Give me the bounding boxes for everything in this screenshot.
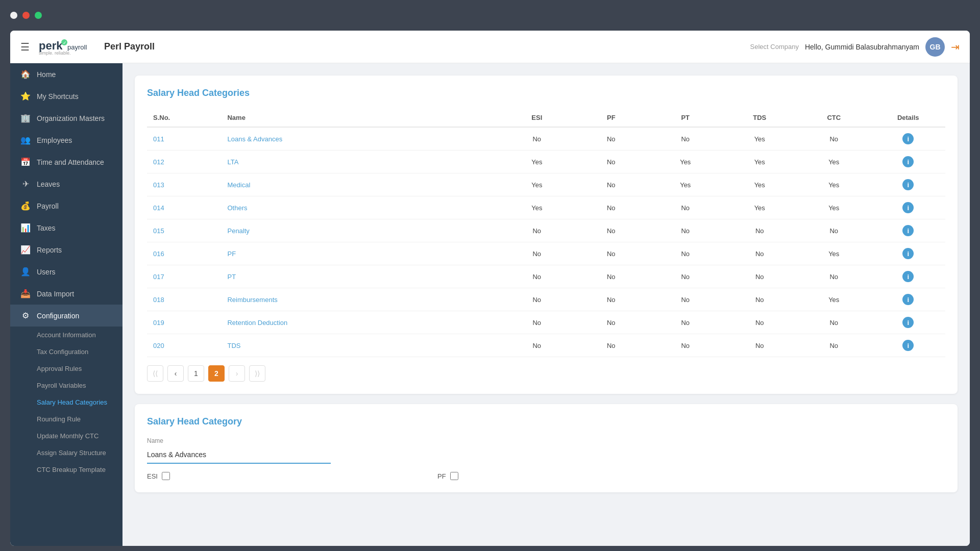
sidebar-sub-tax-configuration[interactable]: Tax Configuration bbox=[10, 343, 122, 360]
sidebar-item-taxes[interactable]: 📊 Taxes bbox=[10, 217, 122, 239]
th-details: Details bbox=[871, 109, 945, 127]
info-button[interactable]: i bbox=[902, 202, 914, 213]
pagination-prev[interactable]: ‹ bbox=[167, 365, 184, 382]
cell-pt: No bbox=[648, 334, 722, 357]
sidebar-sub-payroll-variables[interactable]: Payroll Variables bbox=[10, 377, 122, 394]
cell-name[interactable]: PT bbox=[221, 265, 500, 288]
esi-checkbox[interactable] bbox=[162, 472, 170, 480]
cell-esi: Yes bbox=[500, 151, 574, 173]
cell-pt: No bbox=[648, 311, 722, 334]
sidebar-sub-rounding-rule[interactable]: Rounding Rule bbox=[10, 411, 122, 428]
cell-name[interactable]: PF bbox=[221, 242, 500, 265]
sidebar-sub-assign-salary-structure[interactable]: Assign Salary Structure bbox=[10, 444, 122, 461]
info-button[interactable]: i bbox=[902, 317, 914, 328]
checkbox-row: ESI PF bbox=[147, 472, 945, 480]
pagination-page-2[interactable]: 2 bbox=[208, 365, 225, 382]
salary-head-categories-card: Salary Head Categories S.No. Name ESI PF… bbox=[135, 76, 958, 394]
cell-name[interactable]: Others bbox=[221, 196, 500, 219]
cell-ctc: No bbox=[797, 265, 871, 288]
sidebar-item-my-shortcuts[interactable]: ⭐ My Shortcuts bbox=[10, 85, 122, 107]
sidebar-sub-ctc-breakup-template[interactable]: CTC Breakup Template bbox=[10, 461, 122, 478]
sidebar-item-label-users: Users bbox=[37, 268, 56, 276]
cell-name[interactable]: Loans & Advances bbox=[221, 127, 500, 151]
info-button[interactable]: i bbox=[902, 133, 914, 144]
cell-details[interactable]: i bbox=[871, 288, 945, 311]
th-esi: ESI bbox=[500, 109, 574, 127]
cell-details[interactable]: i bbox=[871, 311, 945, 334]
sidebar-sub-salary-head-categories[interactable]: Salary Head Categories bbox=[10, 394, 122, 411]
cell-esi: No bbox=[500, 127, 574, 151]
minimize-button[interactable] bbox=[22, 12, 30, 19]
sidebar-sub-update-monthly-ctc[interactable]: Update Monthly CTC bbox=[10, 428, 122, 444]
salary-head-categories-table: S.No. Name ESI PF PT TDS CTC Details 011… bbox=[147, 109, 945, 357]
cell-name[interactable]: Reimbursements bbox=[221, 288, 500, 311]
cell-tds: No bbox=[723, 242, 797, 265]
info-button[interactable]: i bbox=[902, 271, 914, 282]
cell-ctc: No bbox=[797, 334, 871, 357]
cell-esi: No bbox=[500, 265, 574, 288]
sidebar-item-label-reports: Reports bbox=[37, 246, 62, 254]
sidebar-item-reports[interactable]: 📈 Reports bbox=[10, 239, 122, 261]
sidebar-item-users[interactable]: 👤 Users bbox=[10, 261, 122, 283]
cell-pf: No bbox=[574, 219, 648, 242]
sidebar-item-home[interactable]: 🏠 Home bbox=[10, 63, 122, 85]
sidebar-item-label-data-import: Data Import bbox=[37, 290, 74, 298]
cell-sno: 016 bbox=[147, 242, 221, 265]
cell-details[interactable]: i bbox=[871, 242, 945, 265]
hamburger-menu[interactable]: ☰ bbox=[20, 41, 30, 53]
sidebar-item-employees[interactable]: 👥 Employees bbox=[10, 129, 122, 151]
cell-details[interactable]: i bbox=[871, 334, 945, 357]
pf-checkbox[interactable] bbox=[450, 472, 458, 480]
th-ctc: CTC bbox=[797, 109, 871, 127]
cell-name[interactable]: Retention Deduction bbox=[221, 311, 500, 334]
cell-pf: No bbox=[574, 265, 648, 288]
esi-checkbox-item: ESI bbox=[147, 472, 170, 480]
sidebar-item-configuration[interactable]: ⚙ Configuration bbox=[10, 305, 122, 327]
pagination-first[interactable]: ⟨⟨ bbox=[147, 365, 163, 382]
cell-esi: Yes bbox=[500, 173, 574, 196]
cell-tds: No bbox=[723, 265, 797, 288]
cell-details[interactable]: i bbox=[871, 196, 945, 219]
cell-details[interactable]: i bbox=[871, 219, 945, 242]
cell-esi: No bbox=[500, 311, 574, 334]
cell-details[interactable]: i bbox=[871, 265, 945, 288]
info-button[interactable]: i bbox=[902, 340, 914, 351]
sidebar-sub-approval-rules[interactable]: Approval Rules bbox=[10, 360, 122, 377]
info-button[interactable]: i bbox=[902, 248, 914, 259]
cell-pf: No bbox=[574, 242, 648, 265]
cell-name[interactable]: Medical bbox=[221, 173, 500, 196]
maximize-button[interactable] bbox=[35, 12, 42, 19]
sidebar-item-data-import[interactable]: 📥 Data Import bbox=[10, 283, 122, 305]
th-tds: TDS bbox=[723, 109, 797, 127]
cell-details[interactable]: i bbox=[871, 127, 945, 151]
cell-sno: 011 bbox=[147, 127, 221, 151]
cell-details[interactable]: i bbox=[871, 173, 945, 196]
sidebar-item-label-configuration: Configuration bbox=[37, 312, 79, 320]
cell-name[interactable]: Penalty bbox=[221, 219, 500, 242]
close-button[interactable] bbox=[10, 12, 17, 19]
org-icon: 🏢 bbox=[20, 113, 31, 123]
cell-pt: No bbox=[648, 242, 722, 265]
cell-details[interactable]: i bbox=[871, 151, 945, 173]
sidebar-item-payroll[interactable]: 💰 Payroll bbox=[10, 195, 122, 217]
cell-name[interactable]: LTA bbox=[221, 151, 500, 173]
sidebar-item-leaves[interactable]: ✈ Leaves bbox=[10, 173, 122, 195]
pagination-last[interactable]: ⟩⟩ bbox=[249, 365, 265, 382]
cell-name[interactable]: TDS bbox=[221, 334, 500, 357]
sidebar-item-time-attendance[interactable]: 📅 Time and Attendance bbox=[10, 151, 122, 173]
pagination-next[interactable]: › bbox=[229, 365, 245, 382]
info-button[interactable]: i bbox=[902, 179, 914, 190]
name-input[interactable] bbox=[147, 446, 331, 464]
sidebar-item-organization-masters[interactable]: 🏢 Organization Masters bbox=[10, 107, 122, 129]
pagination-page-1[interactable]: 1 bbox=[188, 365, 204, 382]
sidebar-sub-account-information[interactable]: Account Information bbox=[10, 327, 122, 343]
cell-pf: No bbox=[574, 196, 648, 219]
cell-pt: No bbox=[648, 127, 722, 151]
info-button[interactable]: i bbox=[902, 225, 914, 236]
info-button[interactable]: i bbox=[902, 294, 914, 305]
logout-icon[interactable]: ⇥ bbox=[951, 41, 960, 53]
info-button[interactable]: i bbox=[902, 156, 914, 167]
cell-sno: 017 bbox=[147, 265, 221, 288]
shortcuts-icon: ⭐ bbox=[20, 91, 31, 101]
cell-tds: Yes bbox=[723, 127, 797, 151]
